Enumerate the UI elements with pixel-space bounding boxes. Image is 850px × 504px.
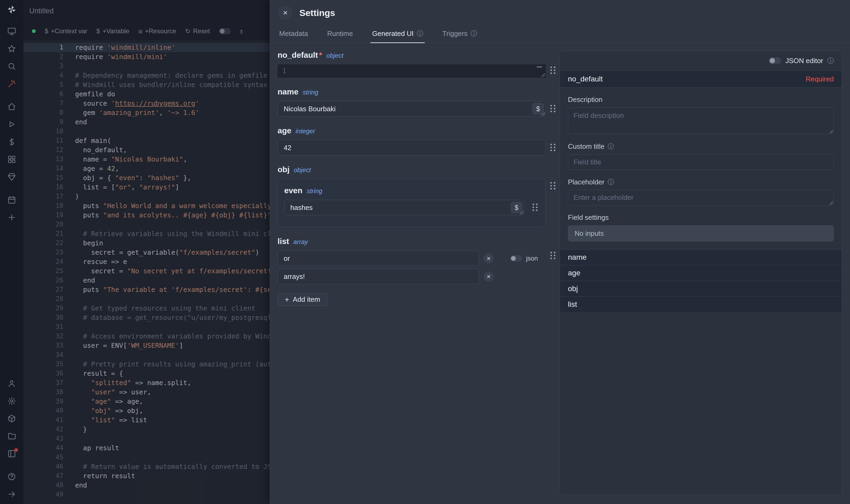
- code-line[interactable]: 29 # Get typed resources using the mini …: [23, 304, 270, 313]
- code-line[interactable]: 35 # Pretty print results using amazing_…: [23, 360, 270, 369]
- add-context-var-button[interactable]: $ +Context var: [45, 28, 87, 35]
- sidebar-item-wand[interactable]: [5, 79, 19, 89]
- code-line[interactable]: 15 obj = { "even": "hashes" },: [23, 173, 270, 182]
- code-line[interactable]: 36 result = {: [23, 369, 270, 378]
- object-json-editor[interactable]: 1: [277, 65, 546, 78]
- code-line[interactable]: 27 puts "The variable at 'f/examples/sec…: [23, 285, 270, 294]
- json-toggle[interactable]: [510, 255, 522, 262]
- custom-title-input[interactable]: [568, 154, 834, 170]
- code-line[interactable]: 6gemfile do: [23, 89, 270, 99]
- code-line[interactable]: 46 # Return value is automatically conve…: [23, 462, 270, 471]
- add-item-button[interactable]: + Add item: [277, 293, 327, 306]
- sidebar-item-plus[interactable]: [5, 212, 19, 222]
- insert-variable-button[interactable]: $: [511, 202, 522, 213]
- insert-variable-button[interactable]: $: [532, 103, 544, 114]
- reset-button[interactable]: ↻ Reset: [185, 28, 210, 35]
- drag-handle-icon[interactable]: [550, 252, 555, 259]
- drag-handle-icon[interactable]: [550, 67, 555, 74]
- code-line[interactable]: 39 "age" => age,: [23, 397, 270, 406]
- sidebar-item-settings[interactable]: [5, 396, 19, 406]
- sidebar-item-gem[interactable]: [5, 172, 19, 182]
- age-input[interactable]: [277, 140, 546, 156]
- field-row-obj[interactable]: obj: [560, 281, 842, 296]
- drag-handle-icon[interactable]: [550, 105, 555, 112]
- script-title[interactable]: Untitled: [29, 7, 54, 15]
- add-variable-button[interactable]: $ +Variable: [96, 28, 129, 35]
- code-line[interactable]: 17): [23, 192, 270, 201]
- drag-handle-icon[interactable]: [550, 144, 555, 151]
- code-line[interactable]: 7 source 'https://rubygems.org': [23, 99, 270, 108]
- remove-item-button[interactable]: ×: [484, 253, 494, 264]
- code-line[interactable]: 40 "obj" => obj,: [23, 406, 270, 415]
- code-line[interactable]: 41 "list" => list: [23, 415, 270, 425]
- drag-handle-icon[interactable]: [550, 182, 555, 190]
- json-editor-toggle[interactable]: [769, 57, 781, 64]
- windmill-logo[interactable]: [6, 4, 18, 15]
- code-line[interactable]: 26 end: [23, 276, 270, 285]
- code-line[interactable]: 3: [23, 61, 270, 71]
- placeholder-textarea[interactable]: [568, 190, 834, 205]
- code-line[interactable]: 31: [23, 322, 270, 331]
- sidebar-item-play[interactable]: [5, 119, 19, 129]
- sidebar-item-arrow-right[interactable]: [5, 489, 19, 499]
- sidebar-item-package[interactable]: [5, 414, 19, 424]
- code-line[interactable]: 1require 'windmill/inline': [23, 43, 270, 52]
- tab-generated-ui[interactable]: Generated UI ⓘ: [370, 25, 425, 43]
- code-line[interactable]: 47 return result: [23, 471, 270, 481]
- add-resource-button[interactable]: ⧈ +Resource: [139, 28, 176, 35]
- code-line[interactable]: 28: [23, 294, 270, 304]
- code-line[interactable]: 9end: [23, 118, 270, 127]
- even-input[interactable]: [284, 200, 524, 215]
- code-line[interactable]: 33 user = ENV['WM_USERNAME']: [23, 341, 270, 350]
- code-line[interactable]: 5# Windmill uses bundler/inline compatib…: [23, 80, 270, 89]
- field-row-age[interactable]: age: [560, 265, 842, 281]
- code-line[interactable]: 18 puts "Hello World and a warm welcome …: [23, 201, 270, 211]
- sidebar-item-help[interactable]: [5, 471, 19, 482]
- code-line[interactable]: 49: [23, 490, 270, 499]
- list-item-input[interactable]: [277, 269, 479, 284]
- sidebar-item-star[interactable]: [5, 43, 19, 54]
- code-line[interactable]: 16 list = ["or", "arrays!"]: [23, 182, 270, 192]
- drag-handle-icon[interactable]: [532, 203, 538, 211]
- sidebar-item-folder[interactable]: [5, 431, 19, 441]
- list-item-input[interactable]: [277, 251, 479, 266]
- code-line[interactable]: 32 # Access environment variables provid…: [23, 331, 270, 341]
- code-line[interactable]: 38 "user" => user,: [23, 388, 270, 397]
- sidebar-item-grid[interactable]: [5, 154, 19, 164]
- sidebar-item-calendar[interactable]: [5, 195, 19, 205]
- code-line[interactable]: 2require 'windmill/mini': [23, 52, 270, 61]
- code-line[interactable]: 22 begin: [23, 238, 270, 248]
- code-line[interactable]: 25 secret = "No secret yet at f/examples…: [23, 266, 270, 276]
- code-line[interactable]: 24 rescue => e: [23, 257, 270, 266]
- info-icon[interactable]: ⓘ: [417, 29, 423, 38]
- sidebar-item-dollar[interactable]: [5, 137, 19, 147]
- info-icon[interactable]: ⓘ: [827, 56, 834, 65]
- code-line[interactable]: 44 ap result: [23, 443, 270, 453]
- field-row-name[interactable]: name: [560, 249, 842, 265]
- sidebar-item-monitor[interactable]: [5, 26, 19, 36]
- sidebar-item-panels[interactable]: [5, 449, 19, 459]
- info-icon[interactable]: ⓘ: [608, 178, 614, 186]
- code-line[interactable]: 43: [23, 434, 270, 443]
- tab-runtime[interactable]: Runtime: [325, 25, 355, 43]
- code-line[interactable]: 34: [23, 350, 270, 360]
- code-line[interactable]: 14 age = 42,: [23, 164, 270, 173]
- close-button[interactable]: ×: [278, 5, 292, 20]
- code-line[interactable]: 23 secret = get_variable("f/examples/sec…: [23, 248, 270, 257]
- name-input[interactable]: [277, 101, 546, 116]
- code-editor[interactable]: 1require 'windmill/inline'2require 'wind…: [23, 41, 270, 504]
- info-icon[interactable]: ⓘ: [471, 29, 477, 38]
- code-line[interactable]: 20: [23, 220, 270, 229]
- field-row-no-default[interactable]: no_default Required: [560, 71, 842, 88]
- code-line[interactable]: 12 no_default,: [23, 145, 270, 155]
- code-line[interactable]: 11def main(: [23, 136, 270, 145]
- field-row-list[interactable]: list: [560, 296, 842, 312]
- code-line[interactable]: 4# Dependency management: declare gems i…: [23, 71, 270, 80]
- tab-triggers[interactable]: Triggers ⓘ: [441, 25, 478, 43]
- toolbar-toggle[interactable]: [219, 28, 231, 34]
- tab-metadata[interactable]: Metadata: [277, 25, 309, 43]
- code-line[interactable]: 13 name = "Nicolas Bourbaki",: [23, 155, 270, 164]
- code-line[interactable]: 10: [23, 127, 270, 136]
- info-icon[interactable]: ⓘ: [608, 142, 614, 150]
- code-line[interactable]: 8 gem 'amazing_print', '~> 1.6': [23, 108, 270, 118]
